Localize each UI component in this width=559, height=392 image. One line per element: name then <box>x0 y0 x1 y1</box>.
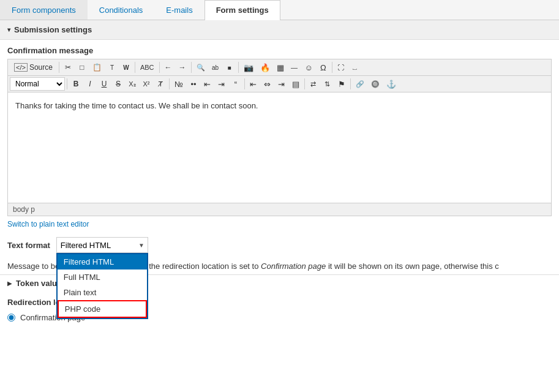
table-button[interactable]: ▦ <box>274 61 287 74</box>
bidi-ltr-button[interactable]: ⇄ <box>307 77 320 91</box>
dropdown-item-full-html[interactable]: Full HTML <box>58 270 147 285</box>
toolbar-row2: Normal Heading 1 Heading 2 Heading 3 Hea… <box>8 76 551 92</box>
tab-bar: Form components Conditionals E-mails For… <box>0 0 559 20</box>
spell-button[interactable]: ABC <box>137 61 157 74</box>
align-left-button[interactable]: ⇤ <box>247 77 260 91</box>
link-button[interactable]: 🔗 <box>353 77 367 91</box>
cut-button[interactable]: ✂ <box>61 61 75 74</box>
paste-button[interactable]: 📋 <box>89 61 105 74</box>
flash-button[interactable]: 🔥 <box>257 61 273 74</box>
special-button[interactable]: Ω <box>317 61 330 74</box>
replace-button[interactable]: ab <box>209 61 222 74</box>
align-justify-button[interactable]: ▤ <box>289 77 302 91</box>
indent-less-button[interactable]: ⇤ <box>201 77 214 91</box>
italic-button[interactable]: I <box>83 77 97 91</box>
tab-form-components[interactable]: Form components <box>0 0 88 20</box>
confirmation-page-radio[interactable] <box>7 314 15 322</box>
section-label: Submission settings <box>14 25 92 34</box>
blockquote-button[interactable]: “ <box>229 77 242 91</box>
dropdown-item-filtered-html[interactable]: Filtered HTML <box>58 254 147 270</box>
format-select[interactable]: Normal Heading 1 Heading 2 Heading 3 Hea… <box>10 77 65 91</box>
editor-wrap: </> Source ✂ □ 📋 T W ABC ← → 🔍 ab ■ 📷 🔥 … <box>7 59 552 216</box>
source-label: Source <box>29 63 53 72</box>
copy-button[interactable]: □ <box>75 61 89 74</box>
bidi-rtl-button[interactable]: ⇅ <box>321 77 334 91</box>
toolbar-row1: </> Source ✂ □ 📋 T W ABC ← → 🔍 ab ■ 📷 🔥 … <box>8 59 551 76</box>
message-text-after: it will be shown on its own page, otherw… <box>326 262 499 271</box>
paste-word-button[interactable]: W <box>119 61 133 74</box>
remove-format-button[interactable]: T̸ <box>154 77 167 91</box>
unordered-list-button[interactable]: •• <box>187 77 200 91</box>
tab-form-settings[interactable]: Form settings <box>204 0 280 20</box>
superscript-button[interactable]: X² <box>140 77 153 91</box>
editor-area[interactable]: Thanks for taking the time to contact us… <box>8 92 551 203</box>
text-format-select-wrap[interactable]: Filtered HTML ▼ Filtered HTML Full HTML … <box>56 237 148 253</box>
dropdown-item-php-code[interactable]: PHP code <box>58 300 147 318</box>
align-right-button[interactable]: ⇥ <box>275 77 288 91</box>
find-button[interactable]: 🔍 <box>193 61 208 74</box>
select-all-button[interactable]: ■ <box>223 61 236 74</box>
text-format-dropdown: Filtered HTML Full HTML Plain text PHP c… <box>56 253 148 319</box>
rule-button[interactable]: — <box>288 61 301 74</box>
tab-conditionals[interactable]: Conditionals <box>88 0 155 20</box>
strikethrough-button[interactable]: S <box>111 77 125 91</box>
maximize-button[interactable]: ⛶ <box>334 61 348 74</box>
subscript-button[interactable]: X₂ <box>126 77 139 91</box>
editor-content: Thanks for taking the time to contact us… <box>15 101 258 110</box>
source-button[interactable]: </> Source <box>10 61 57 74</box>
underline-button[interactable]: U <box>97 77 111 91</box>
confirmation-page-italic: Confirmation page <box>261 262 326 271</box>
switch-to-plain-text-link[interactable]: Switch to plain text editor <box>7 220 89 228</box>
redo-button[interactable]: → <box>176 61 189 74</box>
text-format-row: Text format Filtered HTML ▼ Filtered HTM… <box>0 232 559 258</box>
text-format-select[interactable]: Filtered HTML <box>56 237 148 253</box>
anchor-button[interactable]: ⚓ <box>383 77 399 91</box>
confirmation-message-label: Confirmation message <box>0 40 559 59</box>
section-arrow: ▾ <box>7 26 10 33</box>
flag-button[interactable]: ⚑ <box>335 77 348 91</box>
tab-e-mails[interactable]: E-mails <box>154 0 204 20</box>
text-format-label: Text format <box>7 241 50 250</box>
indent-more-button[interactable]: ⇥ <box>215 77 228 91</box>
dropdown-item-plain-text[interactable]: Plain text <box>58 285 147 300</box>
submission-settings-header[interactable]: ▾ Submission settings <box>0 20 559 40</box>
undo-button[interactable]: ← <box>162 61 175 74</box>
show-blocks-button[interactable]: ⎵ <box>348 61 362 74</box>
source-icon: </> <box>14 63 28 72</box>
switch-link-row: Switch to plain text editor <box>0 216 559 232</box>
align-center-button[interactable]: ⇔ <box>261 77 274 91</box>
bold-button[interactable]: B <box>69 77 83 91</box>
token-arrow-icon: ▶ <box>7 280 12 287</box>
smiley-button[interactable]: ☺ <box>302 61 316 74</box>
ordered-list-button[interactable]: № <box>171 77 186 91</box>
image-button[interactable]: 📷 <box>241 61 257 74</box>
unlink-button[interactable]: 🔘 <box>368 77 383 91</box>
status-bar: body p <box>8 203 551 216</box>
paste-text-button[interactable]: T <box>105 61 119 74</box>
